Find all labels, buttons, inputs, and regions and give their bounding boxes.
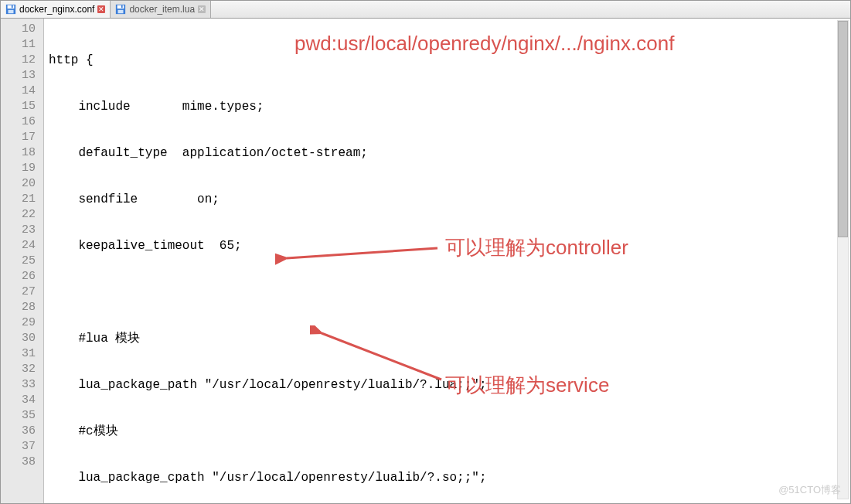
code-line: http { <box>49 53 850 68</box>
svg-rect-3 <box>12 5 13 9</box>
line-number: 20 <box>1 176 36 192</box>
close-icon[interactable]: ✕ <box>198 5 206 13</box>
line-number: 16 <box>1 114 36 130</box>
watermark: @51CTO博客 <box>778 483 841 497</box>
save-icon <box>5 4 16 15</box>
svg-rect-7 <box>121 5 123 9</box>
line-number: 34 <box>1 393 36 408</box>
line-number: 24 <box>1 238 36 254</box>
line-number: 35 <box>1 408 36 424</box>
line-number: 12 <box>1 53 36 68</box>
line-number: 37 <box>1 439 36 455</box>
code-line: lua_package_path "/usr/local/openresty/l… <box>49 377 850 393</box>
line-number: 27 <box>1 284 36 300</box>
line-number: 22 <box>1 207 36 223</box>
line-number: 15 <box>1 99 36 114</box>
line-number: 29 <box>1 315 36 331</box>
line-number: 13 <box>1 68 36 83</box>
svg-rect-2 <box>9 10 14 13</box>
code-area[interactable]: http { include mime.types; default_type … <box>44 19 850 503</box>
line-number: 19 <box>1 161 36 176</box>
line-number: 32 <box>1 362 36 377</box>
code-line: #lua 模块 <box>49 331 850 346</box>
code-line: include mime.types; <box>49 99 850 114</box>
line-number: 17 <box>1 130 36 145</box>
line-number-gutter: 1011121314151617181920212223242526272829… <box>1 19 44 503</box>
close-icon[interactable]: ✕ <box>97 5 105 13</box>
line-number: 30 <box>1 331 36 346</box>
code-line: default_type application/octet-stream; <box>49 145 850 161</box>
svg-rect-1 <box>8 5 15 9</box>
code-line: lua_package_cpath "/usr/local/openresty/… <box>49 470 850 485</box>
line-number: 11 <box>1 37 36 53</box>
line-number: 25 <box>1 254 36 269</box>
line-number: 28 <box>1 300 36 315</box>
line-number: 21 <box>1 192 36 207</box>
code-line: #c模块 <box>49 424 850 439</box>
tab-bar: docker_nginx.conf ✕ docker_item.lua ✕ <box>1 1 850 19</box>
code-line <box>49 284 850 300</box>
line-number: 23 <box>1 223 36 238</box>
line-number: 18 <box>1 145 36 161</box>
line-number: 14 <box>1 83 36 99</box>
svg-rect-5 <box>117 5 124 9</box>
code-line: sendfile on; <box>49 192 850 207</box>
line-number: 38 <box>1 455 36 470</box>
line-number: 36 <box>1 424 36 439</box>
tab-docker-nginx-conf[interactable]: docker_nginx.conf ✕ <box>1 1 111 18</box>
scrollbar-thumb[interactable] <box>838 21 848 237</box>
line-number: 31 <box>1 346 36 362</box>
line-number: 33 <box>1 377 36 393</box>
svg-rect-6 <box>118 10 124 13</box>
code-line: keepalive_timeout 65; <box>49 238 850 254</box>
line-number: 26 <box>1 269 36 284</box>
save-icon <box>115 4 126 15</box>
tab-label: docker_nginx.conf <box>19 4 94 15</box>
vertical-scrollbar[interactable] <box>837 20 849 499</box>
tab-docker-item-lua[interactable]: docker_item.lua ✕ <box>111 1 211 18</box>
line-number: 10 <box>1 22 36 37</box>
tab-label: docker_item.lua <box>129 4 195 15</box>
editor: 1011121314151617181920212223242526272829… <box>1 19 850 503</box>
